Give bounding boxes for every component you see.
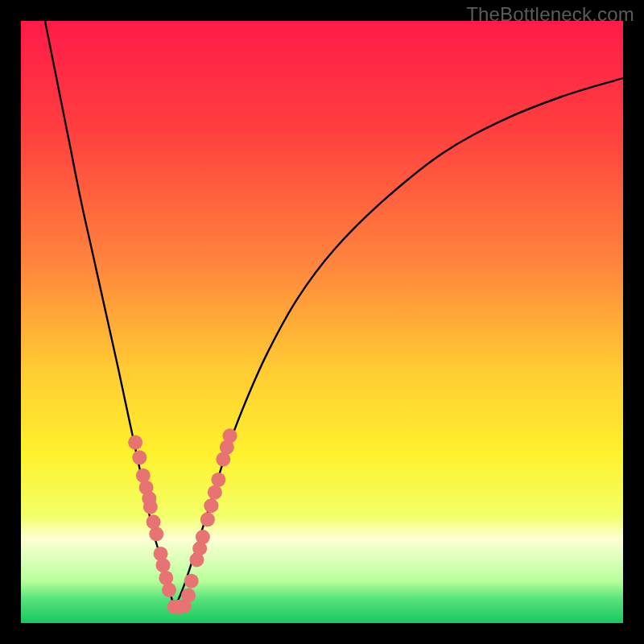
data-marker [208, 485, 222, 500]
plot-background [21, 21, 623, 623]
chart-frame: TheBottleneck.com [0, 0, 644, 644]
data-marker [132, 450, 147, 464]
data-marker [162, 583, 176, 597]
data-marker [128, 436, 142, 450]
data-marker [204, 498, 218, 513]
data-marker [147, 514, 161, 529]
data-marker [149, 526, 163, 541]
data-marker [211, 473, 225, 487]
data-marker [143, 500, 158, 514]
data-marker [196, 530, 210, 544]
data-marker [159, 571, 173, 585]
data-marker [181, 588, 196, 603]
data-marker [136, 469, 151, 483]
bottleneck-plot [21, 21, 623, 623]
data-marker [156, 558, 171, 572]
data-marker [200, 512, 215, 526]
data-marker [184, 574, 199, 588]
data-marker [223, 428, 237, 443]
